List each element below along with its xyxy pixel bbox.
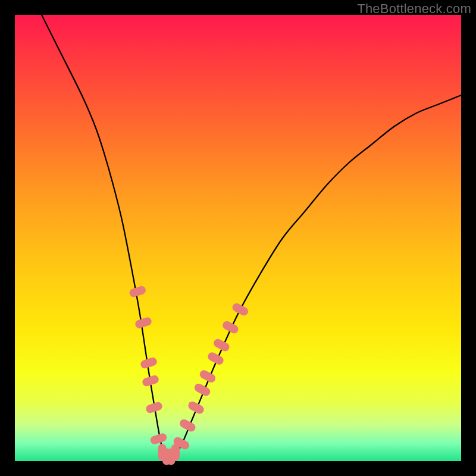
bead-marker	[129, 285, 147, 298]
bead-marker	[187, 400, 205, 415]
outer-frame: TheBottleneck.com	[0, 0, 476, 476]
watermark-text: TheBottleneck.com	[357, 1, 471, 17]
plot-area	[15, 15, 461, 461]
highlight-beads	[129, 285, 250, 465]
bottleneck-curve	[42, 15, 461, 458]
chart-svg	[15, 15, 461, 461]
bead-marker	[231, 302, 249, 317]
bead-marker	[221, 320, 240, 335]
bottleneck-curve-path	[42, 15, 461, 458]
bead-marker	[134, 317, 153, 330]
